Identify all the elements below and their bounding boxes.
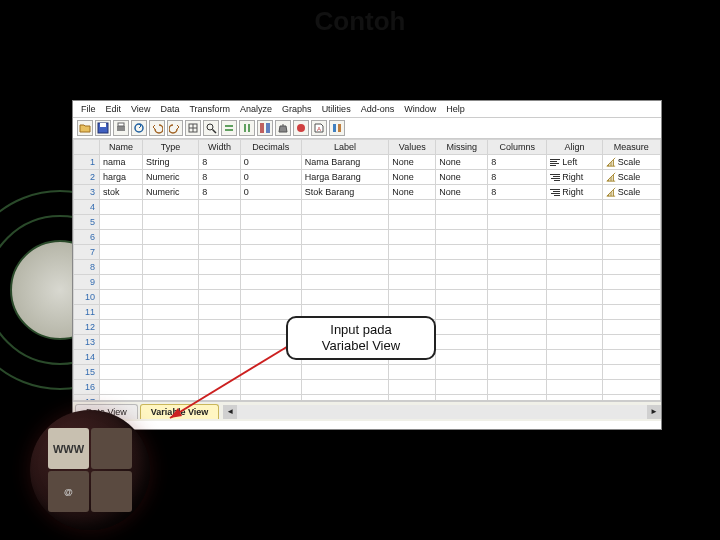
row-header[interactable]: 4 <box>74 200 100 215</box>
cell-decimals[interactable]: 0 <box>240 170 301 185</box>
row-header[interactable]: 6 <box>74 230 100 245</box>
row-header[interactable]: 16 <box>74 380 100 395</box>
row-header[interactable]: 15 <box>74 365 100 380</box>
menu-transform[interactable]: Transform <box>185 103 234 115</box>
svg-text:A: A <box>317 126 321 132</box>
cell-name[interactable]: stok <box>100 185 143 200</box>
menu-view[interactable]: View <box>127 103 154 115</box>
cell-measure[interactable]: Scale <box>602 155 660 170</box>
menu-file[interactable]: File <box>77 103 100 115</box>
insert-var-icon[interactable] <box>239 120 255 136</box>
cell-decimals[interactable]: 0 <box>240 185 301 200</box>
undo-icon[interactable] <box>149 120 165 136</box>
row-header[interactable]: 5 <box>74 215 100 230</box>
cell-measure[interactable]: Scale <box>602 170 660 185</box>
variables-icon[interactable] <box>329 120 345 136</box>
cell-name[interactable]: nama <box>100 155 143 170</box>
cell-align[interactable]: Right <box>547 170 602 185</box>
table-row[interactable]: 7 <box>74 245 661 260</box>
corner-cell <box>74 140 100 155</box>
cell-name[interactable]: harga <box>100 170 143 185</box>
callout-line1: Input pada <box>322 322 400 338</box>
cell-align[interactable]: Right <box>547 185 602 200</box>
insert-case-icon[interactable] <box>221 120 237 136</box>
find-icon[interactable] <box>203 120 219 136</box>
table-row[interactable]: 4 <box>74 200 661 215</box>
svg-rect-1 <box>100 123 106 127</box>
cell-columns[interactable]: 8 <box>488 155 547 170</box>
table-row[interactable]: 3stokNumeric80Stok BarangNoneNone8RightS… <box>74 185 661 200</box>
cell-type[interactable]: Numeric <box>143 170 199 185</box>
table-row[interactable]: 8 <box>74 260 661 275</box>
table-row[interactable]: 2hargaNumeric80Harga BarangNoneNone8Righ… <box>74 170 661 185</box>
row-header[interactable]: 11 <box>74 305 100 320</box>
scroll-right-icon[interactable]: ► <box>647 405 661 419</box>
table-row[interactable]: 9 <box>74 275 661 290</box>
menu-window[interactable]: Window <box>400 103 440 115</box>
menu-addons[interactable]: Add-ons <box>357 103 399 115</box>
cell-width[interactable]: 8 <box>199 155 241 170</box>
col-type[interactable]: Type <box>143 140 199 155</box>
row-header[interactable]: 3 <box>74 185 100 200</box>
row-header[interactable]: 8 <box>74 260 100 275</box>
weight-icon[interactable] <box>275 120 291 136</box>
cell-values[interactable]: None <box>389 155 436 170</box>
recall-icon[interactable] <box>131 120 147 136</box>
save-icon[interactable] <box>95 120 111 136</box>
open-icon[interactable] <box>77 120 93 136</box>
cell-columns[interactable]: 8 <box>488 185 547 200</box>
table-row[interactable]: 6 <box>74 230 661 245</box>
select-icon[interactable] <box>293 120 309 136</box>
cell-missing[interactable]: None <box>436 170 488 185</box>
menu-graphs[interactable]: Graphs <box>278 103 316 115</box>
cell-label[interactable]: Harga Barang <box>301 170 388 185</box>
row-header[interactable]: 13 <box>74 335 100 350</box>
row-header[interactable]: 2 <box>74 170 100 185</box>
col-values[interactable]: Values <box>389 140 436 155</box>
menu-help[interactable]: Help <box>442 103 469 115</box>
cell-width[interactable]: 8 <box>199 185 241 200</box>
goto-icon[interactable] <box>185 120 201 136</box>
table-row[interactable]: 1namaString80Nama BarangNoneNone8LeftSca… <box>74 155 661 170</box>
row-header[interactable]: 17 <box>74 395 100 402</box>
col-columns[interactable]: Columns <box>488 140 547 155</box>
globe-tile <box>91 428 132 469</box>
row-header[interactable]: 14 <box>74 350 100 365</box>
col-label[interactable]: Label <box>301 140 388 155</box>
row-header[interactable]: 12 <box>74 320 100 335</box>
table-row[interactable]: 5 <box>74 215 661 230</box>
print-icon[interactable] <box>113 120 129 136</box>
cell-label[interactable]: Nama Barang <box>301 155 388 170</box>
cell-missing[interactable]: None <box>436 155 488 170</box>
menu-data[interactable]: Data <box>156 103 183 115</box>
table-row[interactable]: 10 <box>74 290 661 305</box>
row-header[interactable]: 1 <box>74 155 100 170</box>
cell-width[interactable]: 8 <box>199 170 241 185</box>
value-labels-icon[interactable]: A <box>311 120 327 136</box>
col-decimals[interactable]: Decimals <box>240 140 301 155</box>
col-align[interactable]: Align <box>547 140 602 155</box>
cell-columns[interactable]: 8 <box>488 170 547 185</box>
cell-missing[interactable]: None <box>436 185 488 200</box>
row-header[interactable]: 9 <box>74 275 100 290</box>
cell-type[interactable]: String <box>143 155 199 170</box>
cell-values[interactable]: None <box>389 170 436 185</box>
cell-align[interactable]: Left <box>547 155 602 170</box>
cell-label[interactable]: Stok Barang <box>301 185 388 200</box>
menu-utilities[interactable]: Utilities <box>318 103 355 115</box>
col-missing[interactable]: Missing <box>436 140 488 155</box>
col-width[interactable]: Width <box>199 140 241 155</box>
menu-edit[interactable]: Edit <box>102 103 126 115</box>
cell-values[interactable]: None <box>389 185 436 200</box>
row-header[interactable]: 7 <box>74 245 100 260</box>
svg-rect-3 <box>118 123 124 126</box>
split-icon[interactable] <box>257 120 273 136</box>
cell-decimals[interactable]: 0 <box>240 155 301 170</box>
redo-icon[interactable] <box>167 120 183 136</box>
col-measure[interactable]: Measure <box>602 140 660 155</box>
row-header[interactable]: 10 <box>74 290 100 305</box>
cell-type[interactable]: Numeric <box>143 185 199 200</box>
col-name[interactable]: Name <box>100 140 143 155</box>
menu-analyze[interactable]: Analyze <box>236 103 276 115</box>
cell-measure[interactable]: Scale <box>602 185 660 200</box>
